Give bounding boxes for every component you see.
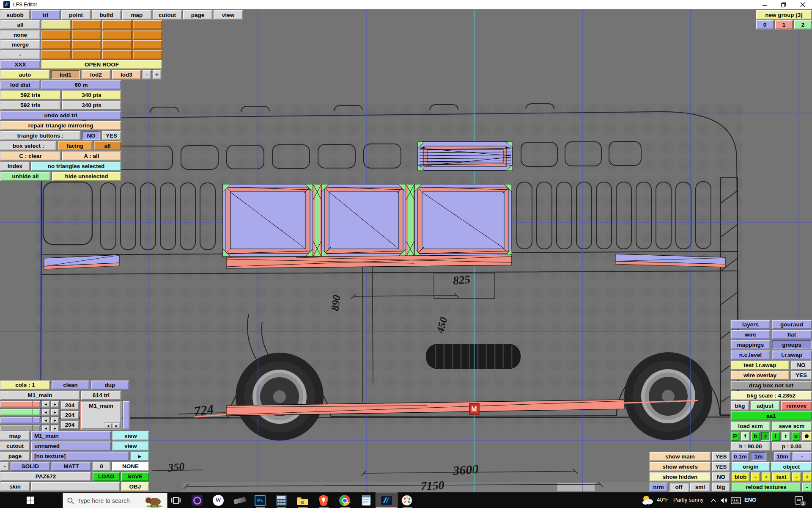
subob-grid-cell[interactable] (132, 20, 162, 30)
color-slider-blue[interactable] (0, 417, 41, 424)
view-right-button[interactable]: r (761, 431, 770, 441)
nrm-big-button[interactable]: big (711, 482, 730, 492)
test-lr-swap-value[interactable]: NO (790, 360, 812, 370)
slider-right-arrow[interactable]: ► (51, 401, 59, 408)
wire-button[interactable]: wire (730, 330, 771, 340)
lod-minus-button[interactable]: - (142, 70, 151, 80)
skin-label[interactable]: skin (0, 482, 30, 491)
show-hidden-value[interactable]: NO (712, 472, 730, 482)
text-button[interactable]: text (772, 472, 791, 482)
taskbar-app-w[interactable]: W (212, 494, 224, 506)
page-next-button[interactable]: ▶ (130, 451, 149, 461)
tab-point[interactable]: point (61, 10, 91, 20)
map-view-button[interactable]: view (112, 431, 149, 441)
lod1-button[interactable]: lod1 (51, 70, 80, 80)
heading-value[interactable]: h : 90.00 (730, 442, 771, 451)
undo-add-tri-button[interactable]: undo add tri (0, 110, 121, 120)
group-0-button[interactable]: 0 (756, 20, 774, 30)
taskbar-app-paint[interactable] (401, 494, 413, 506)
lod-plus-button[interactable]: + (152, 70, 162, 80)
subob-grid-cell-active[interactable] (41, 20, 71, 30)
subob-grid-cell[interactable] (102, 30, 132, 40)
grid-10m-button[interactable]: 10m (774, 452, 791, 461)
lod-auto-button[interactable]: auto (0, 70, 50, 80)
show-main-value[interactable]: YES (712, 452, 730, 461)
tab-subob[interactable]: subob (0, 10, 30, 20)
bkg-button[interactable]: bkg (730, 401, 749, 411)
text-plus-button[interactable]: + (802, 472, 812, 482)
box-select-all[interactable]: all (93, 141, 121, 151)
clean-button[interactable]: clean (51, 380, 90, 390)
subob-grid-cell[interactable] (132, 50, 162, 60)
lod3-button[interactable]: lod3 (112, 70, 141, 80)
slider-left-arrow[interactable]: ◄ (41, 417, 50, 424)
blob-button[interactable]: blob (731, 472, 750, 482)
material-zero-value[interactable]: 0 (92, 461, 111, 471)
view-p-button[interactable]: P (730, 431, 740, 441)
view-top-button[interactable]: t (781, 431, 790, 441)
index-button[interactable]: index (0, 161, 30, 171)
tray-overflow-button[interactable] (709, 496, 718, 505)
taskbar-app-gog[interactable] (191, 494, 203, 506)
wire-overlay-value[interactable]: YES (790, 370, 812, 380)
subob-grid-cell[interactable] (41, 40, 71, 50)
tab-tri[interactable]: tri (30, 10, 60, 20)
taskbar-app-photoshop[interactable]: Ps (254, 494, 266, 506)
merge-button[interactable]: merge (0, 40, 41, 50)
tab-map[interactable]: map (122, 10, 152, 20)
taskbar-app-chrome[interactable] (339, 494, 351, 506)
view-free-button[interactable] (801, 431, 812, 441)
show-main-label[interactable]: show main (649, 452, 711, 461)
clear-selection-button[interactable]: C : clear (0, 151, 61, 161)
map-value[interactable]: M1_main (31, 431, 111, 441)
xxx-button[interactable]: XXX (0, 60, 41, 69)
task-view-button[interactable] (170, 495, 182, 506)
slider-left-arrow[interactable]: ◄ (41, 401, 50, 408)
grid-01m-button[interactable]: 0.1m (731, 452, 749, 461)
show-wheels-label[interactable]: show wheels (649, 462, 711, 472)
color-value-green[interactable]: 204 (60, 411, 79, 420)
touch-keyboard-button[interactable] (730, 496, 742, 505)
subob-grid-cell[interactable] (102, 40, 132, 50)
test-lr-swap-label[interactable]: test l.r.swap (730, 360, 790, 370)
solid-button[interactable]: SOLID (10, 461, 50, 471)
bkg-scale-value[interactable]: bkg scale : 4.2852 (730, 391, 812, 400)
triangle-buttons-no[interactable]: NO (82, 131, 101, 141)
cutout-value[interactable]: unnamed (31, 441, 111, 451)
wire-overlay-label[interactable]: wire overlay (730, 370, 790, 380)
lod2-button[interactable]: lod2 (81, 70, 111, 80)
select-all-button[interactable]: all (0, 20, 41, 30)
group-1-button[interactable]: 1 (775, 20, 793, 30)
material-prev-arrow[interactable]: ◄ (104, 422, 112, 429)
text-minus-button[interactable]: - (792, 472, 801, 482)
gouraud-button[interactable]: gouraud (771, 320, 812, 329)
cols-value[interactable]: cols : 1 (0, 380, 50, 390)
color-value-red[interactable]: 204 (60, 401, 79, 410)
material-name[interactable]: M1_main (0, 390, 80, 400)
slider-right-arrow[interactable]: ► (51, 417, 59, 424)
weather-condition[interactable]: Partly sunny (673, 497, 704, 503)
bkg-remove-button[interactable]: remove (781, 401, 812, 411)
subob-grid-cell[interactable] (41, 30, 71, 40)
model-name-field[interactable]: PAZ672 (0, 472, 91, 481)
unhide-all-button[interactable]: unhide all (0, 171, 51, 181)
nc-level-button[interactable]: n.c.level (730, 350, 771, 360)
nrm-button[interactable]: nrm (649, 482, 668, 492)
flat-button[interactable]: flat (771, 330, 812, 340)
select-a-all-button[interactable]: A : all (62, 151, 121, 161)
save-button[interactable]: SAVE (121, 472, 149, 481)
slider-left-arrow[interactable]: ◄ (41, 409, 50, 416)
reload-textures-button[interactable]: reload textures (731, 482, 801, 492)
matt-button[interactable]: MATT (51, 461, 91, 471)
view-back-button[interactable]: b (751, 431, 760, 441)
slider-right-arrow[interactable]: ► (51, 409, 59, 416)
model-wheel-front[interactable] (236, 353, 324, 441)
grid-minus-button[interactable]: - (792, 452, 812, 461)
obj-button[interactable]: OBJ (121, 482, 149, 491)
nrm-sml-button[interactable]: sml (690, 482, 710, 492)
group-2-button[interactable]: 2 (794, 20, 812, 30)
weather-widget[interactable] (641, 494, 655, 507)
material-next-arrow[interactable]: ► (112, 422, 121, 429)
temperature-value[interactable]: 40°F (657, 497, 669, 503)
load-button[interactable]: LOAD (92, 472, 120, 481)
